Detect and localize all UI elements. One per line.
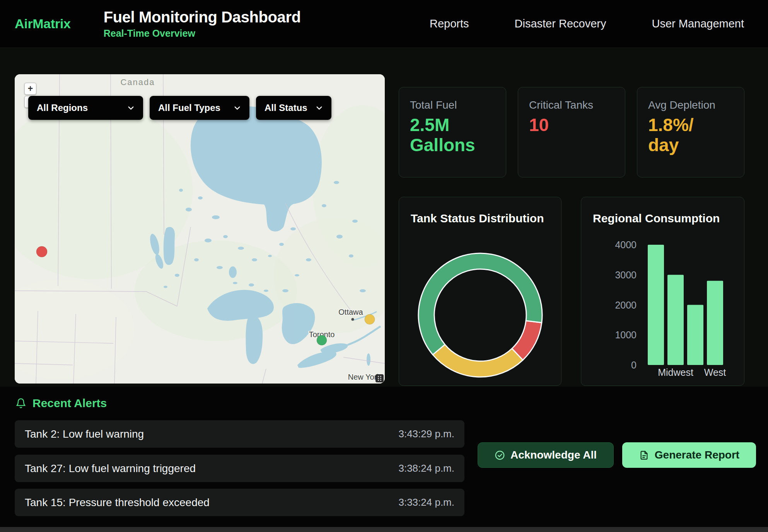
avg-depletion-label: Avg Depletion (648, 99, 733, 111)
total-fuel-value: 2.5M Gallons (410, 115, 495, 155)
title-block: Fuel Monitoring Dashboard Real-Time Over… (104, 9, 301, 39)
bar-chart-text: Midwest (658, 367, 693, 378)
map-label-canada: Canada (120, 77, 155, 87)
grip-dots-icon (377, 375, 382, 382)
document-icon (639, 450, 649, 460)
bar-chart-text: 2000 (615, 300, 637, 310)
tank-marker-critical[interactable] (36, 246, 47, 257)
chevron-down-icon (315, 104, 324, 113)
alert-timestamp: 3:38:24 p.m. (398, 462, 454, 474)
acknowledge-all-label: Acknowledge All (510, 449, 597, 461)
total-fuel-card: Total Fuel 2.5M Gallons (399, 87, 506, 177)
check-circle-icon (495, 450, 505, 460)
bar-chart-text: 0 (631, 360, 637, 370)
critical-tanks-card: Critical Tanks 10 (518, 87, 625, 177)
map-resize-handle[interactable] (375, 374, 384, 382)
alert-timestamp: 3:43:29 p.m. (398, 428, 454, 440)
avg-depletion-card: Avg Depletion 1.8%/ day (637, 87, 744, 177)
bar-region-3[interactable] (707, 281, 723, 365)
bar-chart-text: 4000 (615, 239, 637, 250)
tank-status-distribution-card: Tank Status Distribution (399, 197, 561, 386)
main-nav: Reports Disaster Recovery User Managemen… (430, 17, 744, 30)
bar-chart-text: West (704, 367, 726, 378)
bar-region-1[interactable] (667, 275, 684, 365)
chevron-down-icon (233, 104, 242, 113)
status-filter-label: All Status (265, 102, 307, 113)
chevron-down-icon (126, 104, 135, 113)
donut-segment-warning[interactable] (433, 344, 523, 377)
generate-report-label: Generate Report (655, 449, 739, 461)
tank-status-donut-chart (415, 249, 546, 381)
avg-depletion-value: 1.8%/ day (648, 115, 733, 155)
brand-logo[interactable]: AirMatrix (15, 16, 71, 31)
tank-marker-warning[interactable] (365, 314, 375, 324)
recent-alerts-title: Recent Alerts (32, 397, 107, 410)
critical-tanks-label: Critical Tanks (529, 99, 614, 111)
alert-timestamp: 3:33:24 p.m. (398, 496, 454, 508)
bar-chart-text: 1000 (615, 329, 637, 340)
fuel-type-filter-dropdown[interactable]: All Fuel Types (150, 96, 249, 120)
critical-tanks-value: 10 (529, 115, 614, 135)
alerts-header: Recent Alerts (15, 397, 107, 410)
generate-report-button[interactable]: Generate Report (622, 442, 756, 468)
map-canvas[interactable]: Canada Ottawa Toronto New York (15, 74, 385, 384)
fuel-monitoring-dashboard: AirMatrix Fuel Monitoring Dashboard Real… (0, 0, 768, 532)
map-filter-bar: All Regions All Fuel Types All Status (28, 96, 331, 120)
regional-consumption-card: Regional Consumption 01000200030004000Mi… (581, 197, 744, 386)
ottawa-city-dot (352, 318, 354, 321)
map-label-ottawa: Ottawa (338, 308, 363, 316)
fuel-type-filter-label: All Fuel Types (158, 102, 220, 113)
alert-message: Tank 2: Low fuel warning (25, 428, 144, 440)
tank-status-distribution-title: Tank Status Distribution (411, 212, 544, 225)
avg-depletion-value-line1: 1.8%/ (648, 115, 733, 135)
critical-tanks-value-line1: 10 (529, 115, 614, 135)
nav-disaster-recovery[interactable]: Disaster Recovery (515, 17, 606, 30)
bar-region-0[interactable] (648, 245, 664, 365)
alert-message: Tank 15: Pressure threshold exceeded (25, 496, 210, 509)
region-filter-dropdown[interactable]: All Regions (28, 96, 143, 120)
recent-alerts-section: Recent Alerts Tank 2: Low fuel warning 3… (0, 387, 768, 527)
tank-marker-normal[interactable] (317, 335, 327, 345)
bell-icon (15, 398, 26, 409)
avg-depletion-value-line2: day (648, 135, 733, 155)
horizontal-scrollbar[interactable] (0, 527, 768, 532)
alert-message: Tank 27: Low fuel warning triggered (25, 462, 196, 475)
alert-row[interactable]: Tank 2: Low fuel warning 3:43:29 p.m. (15, 420, 464, 448)
status-filter-dropdown[interactable]: All Status (256, 96, 331, 120)
regional-consumption-bar-chart: 01000200030004000MidwestWest (581, 197, 744, 386)
alert-row[interactable]: Tank 27: Low fuel warning triggered 3:38… (15, 455, 464, 482)
alert-row[interactable]: Tank 15: Pressure threshold exceeded 3:3… (15, 489, 464, 516)
acknowledge-all-button[interactable]: Acknowledge All (478, 442, 614, 468)
page-subtitle: Real-Time Overview (104, 28, 301, 39)
map-panel[interactable]: Canada Ottawa Toronto New York + All Reg… (15, 74, 385, 384)
bar-region-2[interactable] (687, 305, 703, 365)
total-fuel-value-line2: Gallons (410, 135, 495, 155)
regional-consumption-title: Regional Consumption (593, 212, 720, 225)
nav-user-management[interactable]: User Management (652, 17, 744, 30)
zoom-in-button[interactable]: + (24, 83, 36, 95)
nav-reports[interactable]: Reports (430, 17, 469, 30)
bar-chart-text: 3000 (615, 269, 637, 280)
region-filter-label: All Regions (37, 102, 88, 113)
total-fuel-label: Total Fuel (410, 99, 495, 111)
total-fuel-value-line1: 2.5M (410, 115, 495, 135)
header: AirMatrix Fuel Monitoring Dashboard Real… (0, 0, 768, 48)
page-title: Fuel Monitoring Dashboard (104, 9, 301, 26)
